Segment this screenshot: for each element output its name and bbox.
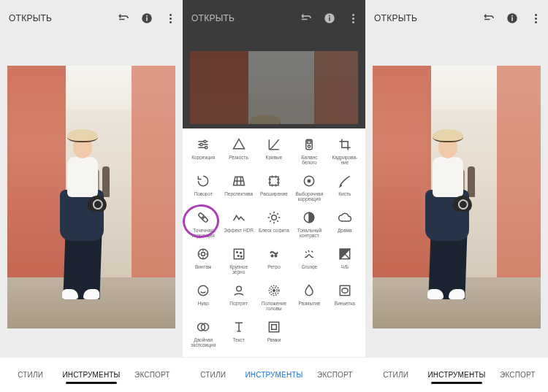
open-button[interactable]: ОТКРЫТЬ	[191, 13, 300, 23]
photo-preview	[373, 66, 541, 328]
tab-underline	[66, 382, 117, 384]
tool-label: Эффект HDR	[224, 228, 254, 233]
tool-label: Расширение	[260, 191, 288, 196]
svg-point-27	[236, 286, 241, 291]
svg-point-21	[236, 251, 237, 253]
tool-text[interactable]: Текст	[221, 315, 256, 350]
image-canvas[interactable]	[365, 36, 548, 357]
tab-styles[interactable]: СТИЛИ	[365, 362, 426, 388]
portrait-icon	[231, 283, 247, 299]
crop-icon	[337, 137, 353, 153]
header-icons	[300, 12, 359, 25]
tool-whitebal[interactable]: Баланс белого	[292, 133, 327, 168]
undo-stack-icon[interactable]	[482, 12, 495, 25]
tool-label: Винтаж	[195, 264, 211, 269]
tool-glamour[interactable]: Блеск софита	[256, 206, 292, 241]
tool-label: Драма	[338, 228, 352, 233]
open-button[interactable]: ОТКРЫТЬ	[374, 13, 482, 23]
tool-tonal[interactable]: Тональный контраст	[292, 206, 327, 241]
more-icon[interactable]	[346, 12, 359, 25]
tool-label: Виньетка	[335, 301, 355, 306]
info-icon[interactable]	[323, 12, 336, 25]
svg-rect-38	[511, 18, 513, 21]
tool-label: Кадрирова-ние	[329, 155, 361, 166]
tool-noir[interactable]: Нуар	[186, 279, 221, 314]
frames-icon	[266, 319, 282, 335]
tool-drama[interactable]: Драма	[327, 206, 362, 241]
tool-portrait[interactable]: Портрет	[221, 279, 256, 314]
image-canvas[interactable]	[0, 36, 183, 357]
tool-label: Крупное зерно	[223, 264, 255, 275]
tool-retrolux[interactable]: Ретро	[256, 242, 292, 277]
tab-styles[interactable]: СТИЛИ	[0, 362, 61, 388]
tool-perspective[interactable]: Перспектива	[221, 169, 256, 204]
svg-rect-10	[308, 141, 311, 143]
svg-point-39	[511, 15, 513, 17]
tool-vignette[interactable]: Виньетка	[327, 279, 362, 314]
svg-point-26	[199, 285, 208, 295]
tool-headpose[interactable]: Положение головы	[256, 279, 292, 314]
tab-export[interactable]: ЭКСПОРТ	[122, 362, 183, 388]
headpose-icon	[266, 283, 282, 299]
svg-point-6	[204, 140, 206, 142]
tool-vintage[interactable]: Винтаж	[186, 242, 221, 277]
tune-icon	[195, 137, 211, 153]
tool-label: Нуар	[198, 301, 209, 306]
tool-label: Положение головы	[258, 301, 290, 312]
tab-underline	[431, 382, 482, 384]
svg-point-5	[329, 15, 330, 17]
tool-details[interactable]: Резкость	[221, 133, 256, 168]
tool-selective[interactable]: Выборочная коррекция	[292, 169, 327, 204]
header-icons	[482, 12, 542, 25]
tools-sheet: КоррекцияРезкостьКривыеБаланс белогоКадр…	[183, 128, 365, 392]
tool-double[interactable]: Двойная экспозиция	[186, 315, 221, 350]
tonal-icon	[301, 210, 317, 226]
svg-rect-20	[234, 249, 243, 258]
tab-styles[interactable]: СТИЛИ	[183, 362, 243, 388]
info-icon[interactable]	[140, 12, 153, 25]
tool-label: Портрет	[229, 301, 248, 306]
tool-curves[interactable]: Кривые	[256, 133, 292, 168]
undo-stack-icon[interactable]	[300, 12, 313, 25]
tool-grunge[interactable]: Grunge	[292, 242, 327, 277]
glamour-icon	[266, 210, 282, 226]
tool-label: Перспектива	[224, 191, 253, 196]
text-icon	[231, 319, 247, 335]
svg-point-2	[146, 15, 148, 17]
tool-hdr[interactable]: Эффект HDR	[221, 206, 256, 241]
vignette-icon	[337, 283, 353, 299]
tab-export[interactable]: ЭКСПОРТ	[487, 362, 548, 388]
tool-label: Баланс белого	[293, 155, 325, 166]
whitebal-icon	[301, 137, 317, 153]
undo-stack-icon[interactable]	[117, 12, 130, 25]
tab-tools[interactable]: ИНСТРУМЕНТЫ	[426, 362, 487, 388]
tool-healing[interactable]: Точечная коррекция	[186, 206, 221, 241]
tool-bw[interactable]: Ч/Б	[327, 242, 362, 277]
selective-icon	[301, 173, 317, 189]
open-button[interactable]: ОТКРЫТЬ	[9, 13, 117, 23]
tab-export[interactable]: ЭКСПОРТ	[305, 362, 365, 388]
tab-tools[interactable]: ИНСТРУМЕНТЫ	[61, 362, 121, 388]
svg-point-14	[308, 180, 311, 182]
tool-rotate[interactable]: Поворот	[186, 169, 221, 204]
tool-frames[interactable]: Рамки	[256, 315, 292, 350]
header: ОТКРЫТЬ	[365, 0, 548, 36]
tools-grid: КоррекцияРезкостьКривыеБаланс белогоКадр…	[186, 133, 362, 350]
info-icon[interactable]	[506, 12, 519, 25]
tool-brush[interactable]: Кисть	[327, 169, 362, 204]
screen-editor-main-copy: ОТКРЫТЬ СТИЛИ	[365, 0, 548, 392]
tool-tune[interactable]: Коррекция	[186, 133, 221, 168]
tool-expand[interactable]: Расширение	[256, 169, 292, 204]
tool-label: Коррекция	[191, 155, 215, 160]
tab-tools[interactable]: ИНСТРУМЕНТЫ	[243, 362, 304, 388]
double-icon	[195, 319, 211, 335]
svg-rect-4	[329, 18, 330, 21]
tool-blur[interactable]: Размытие	[292, 279, 327, 314]
more-icon[interactable]	[164, 12, 177, 25]
dim-photo	[190, 51, 358, 124]
tool-grainy[interactable]: Крупное зерно	[221, 242, 256, 277]
more-icon[interactable]	[529, 12, 542, 25]
tool-label: Кривые	[266, 155, 283, 160]
tool-crop[interactable]: Кадрирова-ние	[327, 133, 362, 168]
tool-label: Блеск софита	[259, 228, 289, 233]
